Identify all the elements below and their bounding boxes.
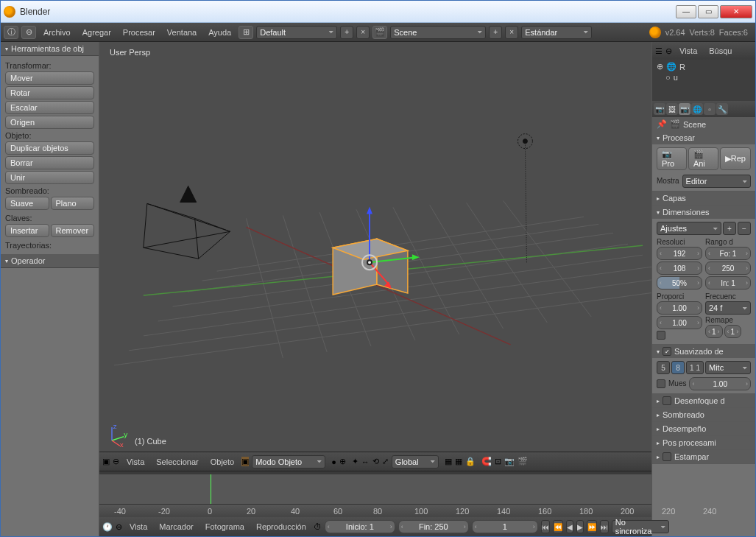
timeline-editor-icon[interactable]: 🕐	[102, 522, 113, 532]
aa-11-button[interactable]: 1 1	[686, 361, 704, 374]
flat-button[interactable]: Plano	[51, 197, 95, 210]
frame-end-field[interactable]: 250	[705, 262, 751, 275]
close-button[interactable]: ✕	[720, 5, 752, 18]
tab-render-icon[interactable]: 📷	[654, 103, 665, 115]
outliner-tree[interactable]: ⊕🌐R ○u	[652, 60, 755, 101]
scale-button[interactable]: Escalar	[5, 101, 94, 114]
rotate-button[interactable]: Rotar	[5, 86, 94, 99]
aa-enable-checkbox[interactable]	[663, 347, 671, 356]
join-button[interactable]: Unir	[5, 171, 94, 184]
stamp-panel-header[interactable]: Estampar	[652, 450, 755, 463]
current-frame-field[interactable]: 1	[472, 520, 538, 533]
outliner-search-menu[interactable]: Búsqu	[704, 45, 736, 57]
shading-panel-header[interactable]: Sombreado	[652, 408, 755, 421]
display-mode-dropdown[interactable]: Editor	[682, 175, 751, 188]
pivot-icon[interactable]: ⊕	[339, 457, 346, 466]
object-tools-header[interactable]: Herramientas de obj	[1, 42, 99, 56]
menu-add[interactable]: Agregar	[78, 27, 116, 38]
tab-scene-icon[interactable]: 📷	[679, 103, 690, 115]
manipulator-toggle-icon[interactable]: ✦	[352, 457, 358, 466]
remap-new-field[interactable]: 1	[724, 325, 742, 338]
layers-grid-icon[interactable]: ▦	[445, 457, 452, 466]
performance-panel-header[interactable]: Desempeño	[652, 422, 755, 435]
tab-object-icon[interactable]: ▫	[704, 103, 716, 115]
res-pct-field[interactable]: 50%	[657, 276, 702, 289]
rotate-manip-icon[interactable]: ⟲	[372, 457, 379, 466]
add-layout-button[interactable]: +	[340, 26, 353, 39]
engine-dropdown[interactable]: Estándar	[521, 26, 592, 39]
tl-view-menu[interactable]: Vista	[125, 521, 152, 533]
play-reverse-icon[interactable]: ◀	[566, 520, 573, 533]
menu-help[interactable]: Ayuda	[204, 27, 236, 38]
post-panel-header[interactable]: Pos procesami	[652, 436, 755, 449]
collapse-menus-icon[interactable]: ⊖	[113, 457, 119, 466]
tl-playback-menu[interactable]: Reproducción	[252, 521, 311, 533]
dimensions-panel-header[interactable]: Dimensiones	[652, 206, 755, 219]
res-y-field[interactable]: 108	[657, 262, 702, 275]
insert-keyframe-button[interactable]: Insertar	[5, 224, 49, 237]
del-scene-button[interactable]: ×	[505, 26, 518, 39]
aa-filter-dropdown[interactable]: Mitc	[705, 361, 751, 374]
outliner-editor-icon[interactable]: ☰	[655, 46, 663, 56]
scene-dropdown[interactable]: Scene	[390, 26, 486, 39]
use-range-icon[interactable]: ⏱	[314, 522, 322, 531]
duplicate-button[interactable]: Duplicar objetos	[5, 141, 94, 155]
frame-step-field[interactable]: In: 1	[705, 276, 751, 289]
sync-dropdown[interactable]: No sincroniza	[612, 520, 669, 533]
opengl-anim-icon[interactable]: 🎬	[517, 457, 528, 466]
fps-dropdown[interactable]: 24 f	[705, 301, 751, 315]
snap-icon[interactable]: 🧲	[481, 457, 492, 466]
render-panel-header[interactable]: Procesar	[652, 131, 755, 144]
tab-world-icon[interactable]: 🌐	[691, 103, 703, 115]
tab-layers-icon[interactable]: 🖼	[666, 103, 678, 115]
layers-grid2-icon[interactable]: ▦	[455, 457, 462, 466]
scale-manip-icon[interactable]: ⤢	[382, 457, 389, 466]
lock-layers-icon[interactable]: 🔒	[465, 457, 476, 466]
operator-panel-header[interactable]: Operador	[1, 254, 99, 268]
3d-viewport[interactable]: User Persp	[99, 42, 651, 452]
collapse-menus-icon[interactable]: ⊖	[665, 46, 672, 56]
pin-icon[interactable]: 📌	[657, 119, 667, 129]
add-scene-button[interactable]: +	[489, 26, 502, 39]
layout-dropdown[interactable]: Default	[256, 26, 337, 39]
editor-type-icon[interactable]: ⓘ	[4, 26, 18, 39]
menu-window[interactable]: Ventana	[163, 27, 201, 38]
aspect-y-field[interactable]: 1.00	[657, 316, 702, 329]
screen-layout-icon[interactable]: ⊞	[239, 26, 253, 39]
render-image-button[interactable]: 📷Pro	[657, 147, 687, 170]
select-menu[interactable]: Seleccionar	[152, 456, 202, 468]
play-anim-button[interactable]: ▶Rep	[720, 147, 751, 170]
menu-file[interactable]: Archivo	[39, 27, 75, 38]
outliner-view-menu[interactable]: Vista	[675, 45, 702, 57]
orientation-dropdown[interactable]: Global	[392, 455, 439, 468]
add-preset-button[interactable]: +	[723, 222, 736, 235]
origin-button[interactable]: Origen	[5, 116, 94, 129]
res-x-field[interactable]: 192	[657, 247, 702, 260]
start-frame-field[interactable]: Inicio: 1	[325, 520, 395, 533]
playhead-icon[interactable]	[211, 474, 211, 504]
collapse-menus-icon[interactable]: ⊖	[21, 26, 36, 39]
presets-dropdown[interactable]: Ajustes	[657, 222, 721, 235]
minimize-button[interactable]: —	[676, 5, 696, 18]
tl-marker-menu[interactable]: Marcador	[155, 521, 197, 533]
snap-element-icon[interactable]: ⊡	[495, 457, 501, 466]
play-icon[interactable]: ▶	[576, 520, 584, 533]
view3d-editor-icon[interactable]: ▣	[102, 457, 110, 466]
border-checkbox[interactable]	[657, 331, 665, 340]
end-frame-field[interactable]: Fin: 250	[398, 520, 469, 533]
stamp-checkbox[interactable]	[663, 452, 671, 461]
menu-render[interactable]: Procesar	[119, 27, 160, 38]
aa-8-button[interactable]: 8	[671, 361, 685, 374]
blur-panel-header[interactable]: Desenfoque d	[652, 394, 755, 407]
remove-keyframe-button[interactable]: Remover	[51, 224, 95, 237]
shading-solid-icon[interactable]: ●	[331, 457, 336, 466]
tl-frame-menu[interactable]: Fotograma	[201, 521, 249, 533]
object-menu[interactable]: Objeto	[206, 456, 239, 468]
translate-button[interactable]: Mover	[5, 71, 94, 85]
jump-end-icon[interactable]: ⏭	[600, 520, 609, 533]
smooth-button[interactable]: Suave	[5, 197, 49, 210]
mode-dropdown[interactable]: Modo Objeto	[252, 455, 325, 468]
keyframe-next-icon[interactable]: ⏩	[587, 520, 597, 533]
jump-start-icon[interactable]: ⏮	[541, 520, 550, 533]
translate-manip-icon[interactable]: ↔	[361, 457, 370, 466]
